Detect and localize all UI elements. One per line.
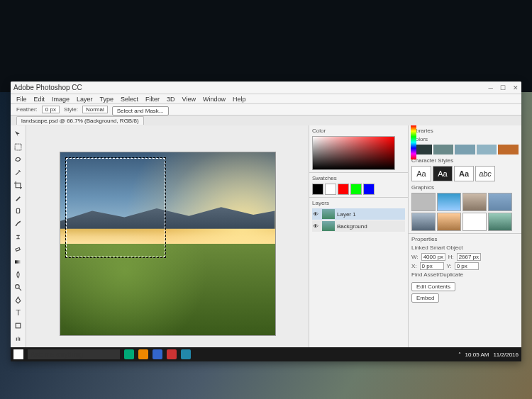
taskbar-app-icon[interactable] [153,349,162,359]
find-asset-label: Find Asset/Duplicate [411,271,519,278]
swatch[interactable] [338,184,349,195]
canvas-area[interactable] [26,125,309,361]
lib-graphic[interactable] [437,193,461,211]
move-tool-icon[interactable] [13,128,24,140]
height-input[interactable] [457,253,481,261]
layer-row[interactable]: 👁 Background [312,220,405,232]
menu-window[interactable]: Window [203,96,226,103]
style-value[interactable]: Normal [82,106,108,113]
menu-type[interactable]: Type [100,96,114,103]
wand-tool-icon[interactable] [13,167,24,178]
close-button[interactable]: ✕ [513,84,519,91]
hue-slider[interactable] [411,125,416,159]
h-label: H: [448,254,454,260]
libraries-panel: Libraries Colors Character Styles Aa Aa … [409,125,521,234]
swatch[interactable] [350,184,362,195]
swatches-panel: Swatches [309,173,408,198]
lib-graphic[interactable] [411,193,436,211]
dodge-tool-icon[interactable] [13,281,24,293]
clock-time[interactable]: 10:05 AM [465,352,489,358]
w-label: W: [411,254,419,260]
type-style[interactable]: Aa [433,166,453,181]
hand-tool-icon[interactable] [13,332,24,344]
swatch[interactable] [325,184,336,195]
lib-color[interactable] [455,145,475,154]
lib-graphic[interactable] [488,213,512,231]
document-image [60,152,276,336]
taskbar-app-icon[interactable] [181,349,191,359]
visibility-icon[interactable]: 👁 [313,223,320,230]
y-input[interactable] [455,262,479,270]
tray-chevron-icon[interactable]: ˄ [458,352,461,358]
heal-tool-icon[interactable] [13,205,24,216]
layer-name: Layer 1 [337,211,356,218]
cortana-search[interactable]: Ask me anything [28,349,120,359]
stamp-tool-icon[interactable] [13,230,24,242]
lasso-tool-icon[interactable] [13,154,24,165]
eyedropper-tool-icon[interactable] [13,192,24,203]
lib-color[interactable] [477,145,497,154]
taskbar-app-icon[interactable] [124,349,134,359]
tools-panel: T [11,125,26,361]
properties-type: Linked Smart Object [411,245,519,251]
svg-rect-2 [16,247,20,251]
layer-name: Background [337,223,367,230]
crop-tool-icon[interactable] [13,179,24,191]
menu-filter[interactable]: Filter [145,96,160,103]
marquee-tool-icon[interactable] [13,141,24,152]
width-input[interactable] [421,253,445,261]
menu-layer[interactable]: Layer [77,96,93,103]
visibility-icon[interactable]: 👁 [313,211,320,218]
window-title: Adobe Photoshop CC [13,84,82,91]
brush-tool-icon[interactable] [13,218,24,229]
edit-contents-button[interactable]: Edit Contents [411,282,455,291]
menu-3d[interactable]: 3D [167,96,175,103]
y-label: Y: [447,263,452,269]
menu-file[interactable]: File [16,96,27,103]
lib-graphic[interactable] [488,193,512,211]
blur-tool-icon[interactable] [13,269,24,280]
type-tool-icon[interactable]: T [13,307,24,318]
lib-graphic[interactable] [462,213,487,231]
maximize-button[interactable]: ☐ [500,84,506,91]
gradient-tool-icon[interactable] [13,256,24,267]
document-tab[interactable]: landscape.psd @ 66.7% (Background, RGB/8… [16,116,144,125]
menu-view[interactable]: View [182,96,196,103]
clock-date[interactable]: 11/2/2016 [493,352,519,358]
taskbar-app-icon[interactable] [167,349,177,359]
lib-graphics-label: Graphics [411,184,519,191]
x-input[interactable] [420,262,444,270]
eraser-tool-icon[interactable] [13,243,24,254]
lib-graphic[interactable] [462,193,487,211]
select-mask-button[interactable]: Select and Mask... [112,106,169,116]
svg-rect-7 [16,323,21,328]
menu-edit[interactable]: Edit [34,96,45,103]
lib-color[interactable] [433,145,454,154]
svg-rect-3 [15,260,21,263]
layers-panel: Layers 👁 Layer 1 👁 Background [309,198,408,361]
style-label: Style: [64,106,78,113]
color-picker[interactable] [312,136,395,170]
menu-help[interactable]: Help [233,96,246,103]
type-style[interactable]: Aa [454,166,474,181]
menu-select[interactable]: Select [121,96,138,103]
swatch[interactable] [312,184,323,195]
lib-color[interactable] [498,145,519,154]
swatch[interactable] [363,184,375,195]
type-style[interactable]: abc [475,166,495,181]
layer-row[interactable]: 👁 Layer 1 [312,208,405,220]
lib-graphic[interactable] [437,213,461,231]
type-style[interactable]: Aa [411,166,431,181]
embed-button[interactable]: Embed [411,293,439,303]
lib-graphic[interactable] [411,213,436,231]
menu-image[interactable]: Image [52,96,70,103]
feather-label: Feather: [16,106,38,113]
pen-tool-icon[interactable] [13,294,24,305]
lib-colors-label: Colors [411,136,519,142]
options-bar: Feather: 0 px Style: Normal Select and M… [11,104,521,116]
minimize-button[interactable]: ─ [489,84,493,91]
shape-tool-icon[interactable] [13,320,24,331]
feather-value[interactable]: 0 px [42,106,60,113]
start-icon[interactable] [13,349,23,359]
taskbar-app-icon[interactable] [138,349,148,359]
